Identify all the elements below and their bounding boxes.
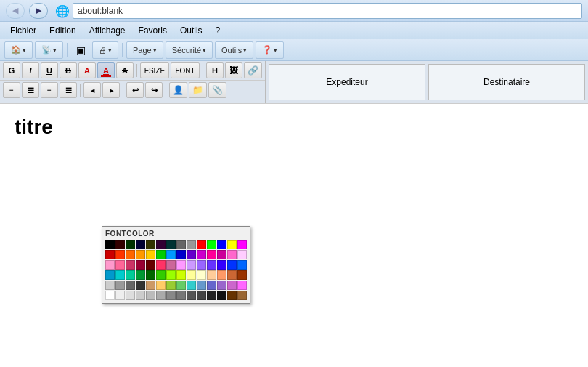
font-size-button[interactable]: FSIZE	[140, 62, 169, 78]
home-button[interactable]: 🏠 ▾	[4, 41, 33, 59]
italic-button[interactable]: I	[22, 62, 39, 78]
color-cell[interactable]	[217, 281, 226, 290]
color-cell[interactable]	[115, 260, 125, 270]
color-cell[interactable]	[166, 281, 176, 290]
color-cell[interactable]	[146, 240, 155, 249]
color-cell[interactable]	[237, 250, 247, 259]
help-button[interactable]: ❓ ▾	[256, 41, 284, 59]
color-cell[interactable]	[197, 281, 206, 290]
color-cell[interactable]	[136, 260, 145, 270]
menu-help[interactable]: ?	[210, 24, 226, 37]
color-cell[interactable]	[105, 240, 115, 249]
color-cell[interactable]	[115, 250, 125, 259]
link-button[interactable]: 🔗	[244, 62, 262, 78]
color-cell[interactable]	[197, 260, 206, 270]
color-cell[interactable]	[146, 291, 155, 300]
align-justify-button[interactable]: ☰	[60, 82, 77, 98]
address-bar[interactable]	[73, 3, 582, 19]
color-cell[interactable]	[217, 291, 226, 300]
color-cell[interactable]	[237, 270, 247, 280]
color-cell[interactable]	[156, 291, 166, 300]
color-cell[interactable]	[207, 270, 216, 280]
color-cell[interactable]	[197, 250, 206, 259]
color-cell[interactable]	[115, 240, 125, 249]
align-center-button[interactable]: ☰	[22, 82, 39, 98]
color-cell[interactable]	[126, 240, 135, 249]
color-cell[interactable]	[126, 270, 135, 280]
editor-area[interactable]: titre FONTCOLOR	[0, 104, 588, 367]
color-cell[interactable]	[176, 250, 186, 259]
color-cell[interactable]	[105, 291, 115, 300]
color-cell[interactable]	[146, 260, 155, 270]
align-right-button[interactable]: ≡	[41, 82, 58, 98]
feed-button[interactable]: 📡 ▾	[35, 41, 63, 59]
color-cell[interactable]	[166, 260, 176, 270]
heading-button[interactable]: H	[206, 62, 224, 78]
image-button[interactable]: 🖼	[225, 62, 242, 78]
color-cell[interactable]	[197, 240, 206, 249]
menu-outils[interactable]: Outils	[174, 24, 208, 37]
color-cell[interactable]	[146, 250, 155, 259]
color-cell[interactable]	[105, 250, 115, 259]
folder-button[interactable]: 📁	[189, 82, 207, 98]
color-cell[interactable]	[237, 291, 247, 300]
menu-favoris[interactable]: Favoris	[133, 24, 173, 37]
screen-button[interactable]: ▣	[71, 41, 90, 59]
bold-button[interactable]: G	[3, 62, 20, 78]
undo-button[interactable]: ↩	[126, 82, 144, 98]
color-cell[interactable]	[166, 240, 176, 249]
security-button[interactable]: Sécurité ▾	[166, 41, 213, 59]
underline-button[interactable]: U	[41, 62, 58, 78]
color-cell[interactable]	[187, 270, 196, 280]
color-cell[interactable]	[217, 240, 226, 249]
indent-more-button[interactable]: ▸	[102, 82, 120, 98]
color-cell[interactable]	[197, 291, 206, 300]
color-cell[interactable]	[227, 270, 237, 280]
color-cell[interactable]	[237, 260, 247, 270]
color-cell[interactable]	[126, 250, 135, 259]
color-cell[interactable]	[237, 240, 247, 249]
color-cell[interactable]	[105, 260, 115, 270]
person-button[interactable]: 👤	[169, 82, 187, 98]
color-cell[interactable]	[115, 291, 125, 300]
align-left-button[interactable]: ≡	[3, 82, 20, 98]
indent-less-button[interactable]: ◂	[83, 82, 101, 98]
color-cell[interactable]	[187, 250, 196, 259]
destinataire-button[interactable]: Destinataire	[428, 64, 585, 100]
color-cell[interactable]	[166, 291, 176, 300]
color-cell[interactable]	[156, 260, 166, 270]
strikethrough-button[interactable]: B	[60, 62, 77, 78]
forward-button[interactable]: ▶	[29, 3, 48, 19]
back-button[interactable]: ◀	[6, 3, 25, 19]
color-cell[interactable]	[176, 291, 186, 300]
color-cell[interactable]	[227, 240, 237, 249]
color-cell[interactable]	[156, 281, 166, 290]
color-cell[interactable]	[187, 281, 196, 290]
color-cell[interactable]	[217, 250, 226, 259]
color-cell[interactable]	[176, 240, 186, 249]
color-cell[interactable]	[156, 270, 166, 280]
color-cell[interactable]	[207, 291, 216, 300]
color-cell[interactable]	[136, 281, 145, 290]
color-cell[interactable]	[146, 281, 155, 290]
menu-edition[interactable]: Edition	[44, 24, 82, 37]
font-color-strike-button[interactable]: A	[116, 62, 134, 78]
color-cell[interactable]	[146, 270, 155, 280]
color-cell[interactable]	[197, 270, 206, 280]
color-cell[interactable]	[126, 291, 135, 300]
font-color-active-button[interactable]: A	[97, 62, 115, 78]
color-cell[interactable]	[115, 281, 125, 290]
color-cell[interactable]	[156, 240, 166, 249]
page-button[interactable]: Page ▾	[126, 41, 163, 59]
color-cell[interactable]	[207, 281, 216, 290]
color-cell[interactable]	[126, 260, 135, 270]
tools-button[interactable]: Outils ▾	[215, 41, 253, 59]
color-cell[interactable]	[227, 250, 237, 259]
color-cell[interactable]	[217, 260, 226, 270]
color-cell[interactable]	[115, 270, 125, 280]
color-cell[interactable]	[136, 250, 145, 259]
color-cell[interactable]	[227, 291, 237, 300]
color-cell[interactable]	[237, 281, 247, 290]
print-button[interactable]: 🖨 ▾	[92, 41, 118, 59]
color-cell[interactable]	[136, 240, 145, 249]
